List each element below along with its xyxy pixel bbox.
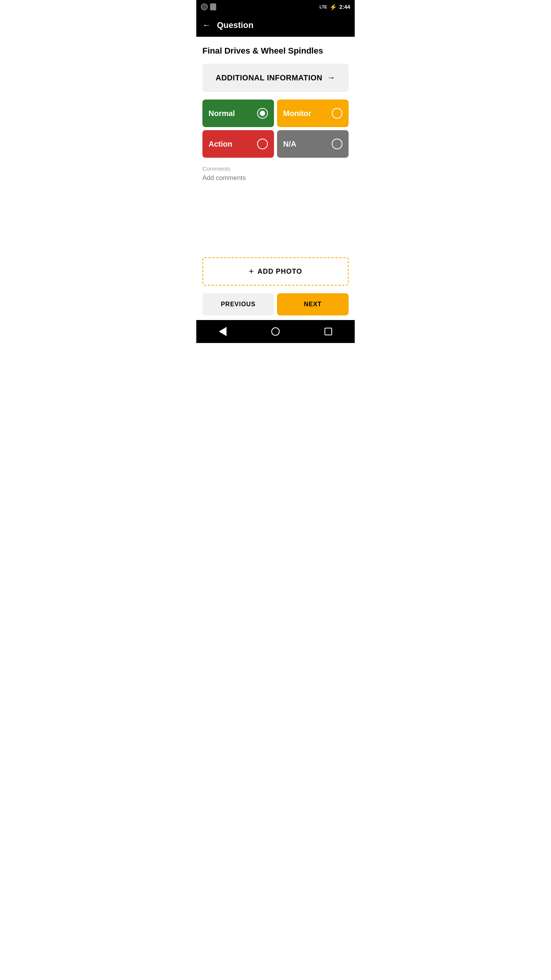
comments-input[interactable] [202,174,349,197]
option-action-radio [257,139,268,149]
status-right-info: LTE ⚡ 2:44 [320,3,350,11]
arrow-right-icon: → [327,73,336,83]
option-normal-button[interactable]: Normal [202,100,274,127]
header-title: Question [217,20,253,30]
option-na-label: N/A [283,140,296,149]
additional-info-button[interactable]: ADDITIONAL INFORMATION → [202,64,349,92]
option-normal-radio [257,108,268,119]
plus-icon: + [249,266,254,276]
system-recents-icon[interactable] [324,328,332,335]
sd-card-icon [210,3,216,10]
additional-info-label: ADDITIONAL INFORMATION [215,74,322,82]
comments-section: Comments [202,165,349,197]
time-display: 2:44 [339,4,350,10]
system-nav-bar [196,320,355,343]
system-home-icon[interactable] [271,327,280,336]
lte-label: LTE [320,5,327,9]
add-photo-container: + ADD PHOTO [196,254,355,289]
status-bar: LTE ⚡ 2:44 [196,0,355,14]
battery-icon: ⚡ [329,3,337,11]
add-photo-button[interactable]: + ADD PHOTO [202,257,349,286]
option-na-button[interactable]: N/A [277,130,349,158]
option-monitor-label: Monitor [283,109,311,118]
comments-label: Comments [202,165,349,172]
status-left-icons [201,3,216,10]
main-content: Final Drives & Wheel Spindles ADDITIONAL… [196,37,355,254]
option-action-label: Action [209,140,232,149]
system-back-icon[interactable] [219,327,227,336]
option-normal-label: Normal [209,109,235,118]
option-monitor-radio [332,108,342,119]
section-title: Final Drives & Wheel Spindles [202,46,349,56]
camera-icon [201,3,208,10]
header: ← Question [196,14,355,37]
bottom-navigation: PREVIOUS NEXT [196,289,355,320]
previous-button[interactable]: PREVIOUS [202,293,274,315]
option-na-radio [332,139,342,149]
next-button[interactable]: NEXT [277,293,349,315]
add-photo-label: ADD PHOTO [258,268,302,276]
options-grid: Normal Monitor Action N/A [202,100,349,158]
option-action-button[interactable]: Action [202,130,274,158]
option-monitor-button[interactable]: Monitor [277,100,349,127]
back-button[interactable]: ← [202,20,211,30]
